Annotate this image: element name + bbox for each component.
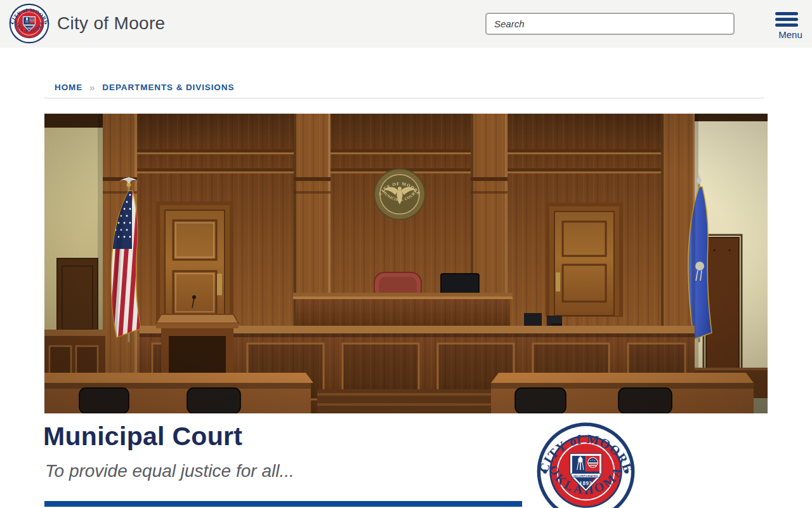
page-tagline: To provide equal justice for all... <box>45 461 294 481</box>
divider-line <box>44 98 764 98</box>
breadcrumb-current-link[interactable]: DEPARTMENTS & DIVISIONS <box>102 83 234 92</box>
site-header: City of Moore Menu <box>0 0 812 48</box>
city-seal-graphic <box>536 422 636 508</box>
menu-label: Menu <box>775 29 806 40</box>
breadcrumb-separator: » <box>89 82 95 93</box>
accent-bar <box>44 501 522 507</box>
city-of-moore-logo-icon[interactable] <box>9 3 49 44</box>
page: CITY of MOORE OKLAHOMA <box>0 0 812 508</box>
breadcrumb-home-link[interactable]: HOME <box>55 83 82 92</box>
hamburger-menu-icon <box>775 12 806 27</box>
site-title: City of Moore <box>57 13 165 34</box>
breadcrumb: HOME » DEPARTMENTS & DIVISIONS <box>55 82 234 93</box>
search-input[interactable] <box>485 13 735 35</box>
page-title: Municipal Court <box>43 422 242 451</box>
menu-button[interactable]: Menu <box>775 12 806 40</box>
courtroom-photo: CITY OF MOORE MUNICIPAL COURT <box>44 114 768 413</box>
